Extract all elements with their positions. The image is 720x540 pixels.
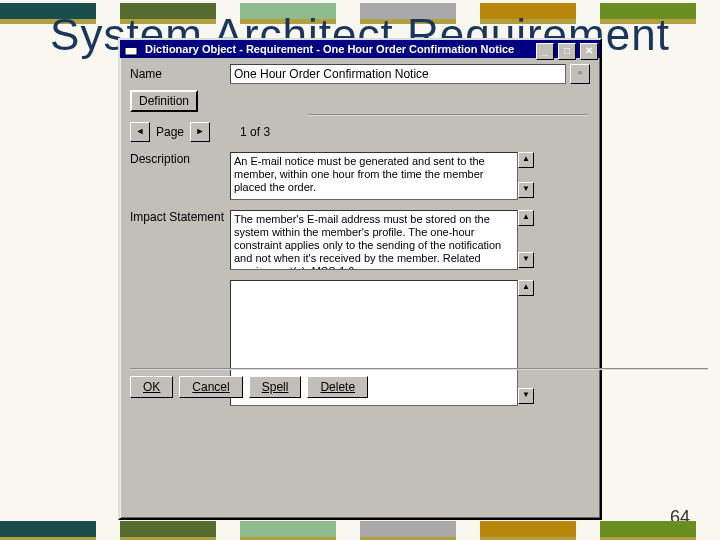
spell-button[interactable]: Spell: [249, 376, 302, 398]
scroll-down-icon[interactable]: ▼: [518, 182, 534, 198]
requirement-dialog: Dictionary Object - Requirement - One Ho…: [118, 38, 602, 520]
impact-textarea[interactable]: [230, 210, 518, 270]
name-picker-button[interactable]: ▫: [570, 64, 590, 84]
scroll-up-icon[interactable]: ▲: [518, 152, 534, 168]
definition-tab-button[interactable]: Definition: [130, 90, 198, 112]
separator-line: [308, 114, 588, 116]
cancel-button[interactable]: Cancel: [179, 376, 242, 398]
scroll-up-icon[interactable]: ▲: [518, 210, 534, 226]
scroll-down-icon[interactable]: ▼: [518, 252, 534, 268]
page-indicator: 1 of 3: [240, 125, 270, 139]
scroll-up-icon[interactable]: ▲: [518, 280, 534, 296]
impact-label: Impact Statement: [130, 210, 230, 224]
name-input[interactable]: [230, 64, 566, 84]
description-label: Description: [130, 152, 230, 166]
page-label: Page: [156, 125, 184, 139]
page-next-button[interactable]: ►: [190, 122, 210, 142]
window-icon: [124, 43, 138, 57]
dialog-title-text: Dictionary Object - Requirement - One Ho…: [145, 43, 514, 55]
description-textarea[interactable]: [230, 152, 518, 200]
ok-button[interactable]: OK: [130, 376, 173, 398]
decor-bar-bottom: [0, 518, 720, 540]
name-label: Name: [130, 67, 230, 81]
page-prev-button[interactable]: ◄: [130, 122, 150, 142]
delete-button[interactable]: Delete: [307, 376, 368, 398]
scroll-down-icon[interactable]: ▼: [518, 388, 534, 404]
svg-rect-1: [125, 46, 137, 48]
dialog-titlebar[interactable]: Dictionary Object - Requirement - One Ho…: [120, 40, 600, 58]
separator-line: [130, 368, 708, 370]
